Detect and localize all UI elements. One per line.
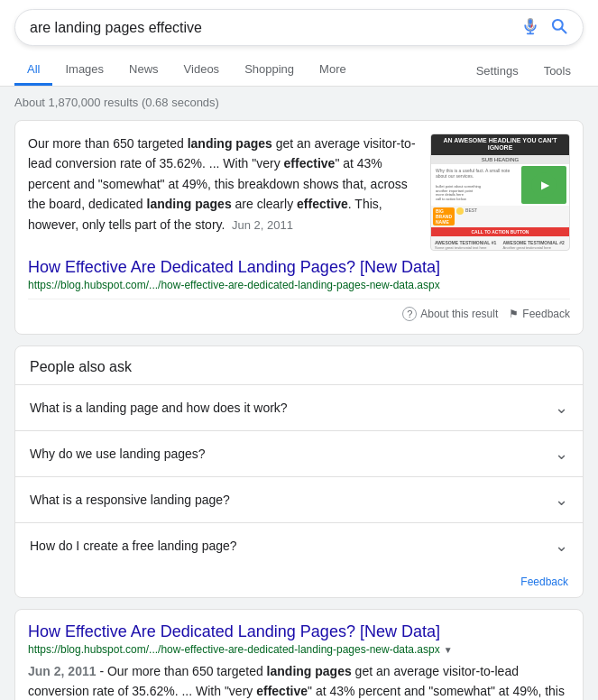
first-result-card: Our more than 650 targeted landing pages… xyxy=(14,120,584,335)
second-result-card: How Effective Are Dedicated Landing Page… xyxy=(14,609,584,700)
about-result-button[interactable]: ? About this result xyxy=(402,307,498,321)
second-snippet-text: - Our more than 650 targeted landing pag… xyxy=(28,664,565,700)
tab-more[interactable]: More xyxy=(307,55,359,86)
search-icons xyxy=(521,17,568,38)
tab-shopping[interactable]: Shopping xyxy=(232,55,307,86)
result-thumbnail: AN AWESOME HEADLINE YOU CAN'T IGNORE SUB… xyxy=(430,134,570,251)
tab-all[interactable]: All xyxy=(14,55,52,86)
thumbnail-cta: CALL TO ACTION BUTTON xyxy=(431,227,569,236)
thumbnail-testimonials: AWESOME TESTIMONIAL #1 Some great testim… xyxy=(431,236,569,251)
flag-icon: ⚑ xyxy=(509,308,519,320)
result-text-area: Our more than 650 targeted landing pages… xyxy=(28,134,419,251)
nav-tabs: All Images News Videos Shopping More Set… xyxy=(14,55,584,86)
thumbnail-left: Why this is a useful fact. A small note … xyxy=(434,166,519,204)
thumbnail-logos: BIGBRANDNAME BEST xyxy=(431,206,569,227)
second-result-date: Jun 2, 2011 xyxy=(28,664,97,678)
search-icon[interactable] xyxy=(550,17,568,38)
svg-line-5 xyxy=(562,29,566,33)
paa-item-0[interactable]: What is a landing page and how does it w… xyxy=(15,384,583,430)
paa-question-0: What is a landing page and how does it w… xyxy=(30,401,288,415)
question-icon: ? xyxy=(402,307,417,321)
feedback-button-first[interactable]: ⚑ Feedback xyxy=(509,308,570,320)
testimonial-1: AWESOME TESTIMONIAL #1 Some great testim… xyxy=(433,238,500,251)
tab-settings[interactable]: Settings xyxy=(464,57,531,85)
result-url: https://blog.hubspot.com/.../how-effecti… xyxy=(28,279,570,291)
paa-question-1: Why do we use landing pages? xyxy=(30,447,206,461)
best-badge: BEST xyxy=(465,207,477,215)
thumbnail-sub: SUB HEADING xyxy=(431,155,569,164)
tab-images[interactable]: Images xyxy=(52,55,116,86)
chevron-icon-0: ⌄ xyxy=(555,398,568,418)
search-bar-area: All Images News Videos Shopping More Set… xyxy=(0,0,598,87)
thumbnail-play-area xyxy=(521,166,566,204)
paa-title: People also ask xyxy=(15,346,583,384)
tab-news[interactable]: News xyxy=(116,55,171,86)
results-count: About 1,870,000 results (0.68 seconds) xyxy=(14,96,584,109)
thumbnail-header: AN AWESOME HEADLINE YOU CAN'T IGNORE xyxy=(431,134,569,155)
snippet-text: Our more than 650 targeted landing pages… xyxy=(28,136,416,232)
mic-icon[interactable] xyxy=(521,17,539,38)
second-result-snippet: Jun 2, 2011 - Our more than 650 targeted… xyxy=(28,661,570,700)
play-button xyxy=(531,172,557,198)
chevron-icon-3: ⌄ xyxy=(555,536,568,556)
url-dropdown-icon[interactable]: ▼ xyxy=(444,645,453,655)
logo-badge-1: BIGBRANDNAME xyxy=(433,207,455,226)
tab-videos[interactable]: Videos xyxy=(171,55,233,86)
result-card-inner: Our more than 650 targeted landing pages… xyxy=(28,134,570,251)
main-content: About 1,870,000 results (0.68 seconds) O… xyxy=(0,87,598,700)
result-date: Jun 2, 2011 xyxy=(228,218,293,232)
feedback-text-first: Feedback xyxy=(522,308,570,320)
chevron-icon-1: ⌄ xyxy=(555,444,568,464)
paa-item-1[interactable]: Why do we use landing pages? ⌄ xyxy=(15,430,583,476)
paa-question-3: How do I create a free landing page? xyxy=(30,539,237,553)
result-meta: ? About this result ⚑ Feedback xyxy=(28,299,570,321)
paa-item-3[interactable]: How do I create a free landing page? ⌄ xyxy=(15,522,583,568)
paa-item-2[interactable]: What is a responsive landing page? ⌄ xyxy=(15,476,583,522)
star-badge xyxy=(456,207,464,215)
tab-tools[interactable]: Tools xyxy=(531,57,584,85)
thumbnail-body: Why this is a useful fact. A small note … xyxy=(431,164,569,206)
chevron-icon-2: ⌄ xyxy=(555,490,568,510)
people-also-ask-card: People also ask What is a landing page a… xyxy=(14,345,584,598)
paa-feedback-button[interactable]: Feedback xyxy=(15,568,583,597)
paa-question-2: What is a responsive landing page? xyxy=(30,493,230,507)
search-input[interactable] xyxy=(30,20,521,36)
second-result-link[interactable]: How Effective Are Dedicated Landing Page… xyxy=(28,622,570,641)
result-link[interactable]: How Effective Are Dedicated Landing Page… xyxy=(28,258,570,277)
testimonial-2: AWESOME TESTIMONIAL #2 Another great tes… xyxy=(501,238,568,251)
second-result-url: https://blog.hubspot.com/.../how-effecti… xyxy=(28,643,440,656)
result2-url-row: https://blog.hubspot.com/.../how-effecti… xyxy=(28,643,570,656)
search-input-row xyxy=(14,9,584,46)
about-result-text: About this result xyxy=(420,308,498,320)
